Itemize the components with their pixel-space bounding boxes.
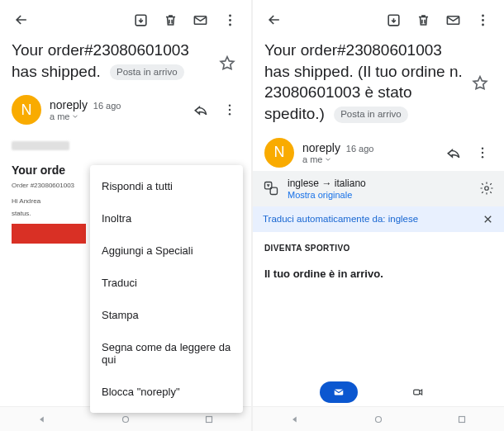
- content-main-line: Il tuo ordine è in arrivo.: [264, 268, 492, 280]
- chevron-down-icon[interactable]: [71, 112, 79, 121]
- svg-point-7: [229, 113, 231, 115]
- mail-chip[interactable]: [320, 381, 358, 403]
- svg-rect-23: [414, 390, 420, 395]
- menu-translate[interactable]: Traduci: [90, 267, 243, 299]
- sender-row: N noreply 16 ago a me: [0, 87, 251, 128]
- svg-point-15: [482, 23, 484, 26]
- sender-row: N noreply 16 ago a me: [253, 130, 504, 171]
- to-me: a me: [302, 154, 322, 164]
- reply-icon[interactable]: [190, 102, 212, 118]
- svg-point-24: [375, 416, 381, 422]
- sender-name: noreply: [302, 141, 340, 154]
- sender-name: noreply: [50, 98, 88, 111]
- inbox-chip[interactable]: Posta in arrivo: [334, 107, 408, 123]
- translate-icon: [263, 180, 279, 197]
- red-button[interactable]: [12, 224, 86, 244]
- show-original-link[interactable]: Mostra originale: [288, 190, 471, 200]
- reply-icon[interactable]: [443, 144, 464, 161]
- inbox-chip[interactable]: Posta in arrivo: [110, 64, 184, 81]
- menu-add-star[interactable]: Aggiungi a Speciali: [90, 234, 243, 267]
- nav-home-icon[interactable]: [373, 414, 384, 425]
- auto-translate-bar: Traduci automaticamente da: inglese: [253, 206, 504, 232]
- subject-block: Your order#23080601003 has shipped. (Il …: [253, 36, 504, 130]
- translate-langs: inglese → italiano: [288, 178, 471, 189]
- close-icon[interactable]: [482, 213, 494, 225]
- svg-point-4: [229, 23, 231, 26]
- context-menu: Rispondi a tutti Inoltra Aggiungi a Spec…: [90, 165, 243, 413]
- svg-point-14: [482, 19, 484, 21]
- mail-icon[interactable]: [188, 8, 212, 31]
- svg-point-6: [229, 109, 231, 111]
- sender-date: 16 ago: [346, 144, 374, 154]
- nav-recent-icon[interactable]: [203, 414, 215, 425]
- subject-block: Your order#23080601003 has shipped. Post…: [0, 36, 251, 87]
- svg-point-21: [485, 187, 489, 191]
- svg-point-5: [229, 105, 231, 107]
- topbar: [253, 0, 504, 36]
- mail-icon[interactable]: [441, 8, 464, 31]
- translate-bar: inglese → italiano Mostra originale: [253, 171, 504, 206]
- sender-info[interactable]: noreply 16 ago a me: [50, 98, 182, 121]
- svg-rect-10: [207, 416, 212, 422]
- chevron-down-icon[interactable]: [324, 155, 332, 163]
- video-chip[interactable]: [399, 381, 437, 403]
- nav-back-icon[interactable]: [289, 414, 301, 425]
- menu-mark-unread[interactable]: Segna come da leggere da qui: [90, 331, 243, 376]
- back-icon[interactable]: [10, 8, 33, 31]
- back-icon[interactable]: [263, 8, 286, 31]
- to-me: a me: [50, 111, 69, 121]
- nav-recent-icon[interactable]: [456, 414, 468, 425]
- auto-translate-text: Traduci automaticamente da: inglese: [263, 214, 418, 224]
- email-content: DIVENTA SPORTIVO Il tuo ordine è in arri…: [253, 232, 504, 291]
- archive-icon[interactable]: [129, 8, 152, 31]
- avatar[interactable]: N: [12, 95, 41, 125]
- more-vert-icon[interactable]: [218, 8, 241, 31]
- star-icon[interactable]: [471, 74, 489, 92]
- nav-home-icon[interactable]: [120, 414, 131, 425]
- topbar: [0, 0, 251, 36]
- nav-back-icon[interactable]: [36, 414, 48, 425]
- svg-point-16: [482, 147, 483, 149]
- sender-date: 16 ago: [93, 101, 121, 111]
- more-vert-icon[interactable]: [471, 8, 494, 31]
- svg-point-13: [482, 14, 484, 17]
- svg-point-17: [482, 151, 483, 153]
- menu-print[interactable]: Stampa: [90, 299, 243, 331]
- archive-icon[interactable]: [382, 8, 405, 31]
- subject-text: Your order#23080601003 has shipped. Post…: [12, 40, 215, 82]
- left-pane: Your order#23080601003 has shipped. Post…: [0, 0, 251, 431]
- menu-reply-all[interactable]: Rispondi a tutti: [90, 170, 243, 202]
- delete-icon[interactable]: [411, 8, 435, 31]
- svg-point-3: [229, 19, 231, 21]
- message-more-icon[interactable]: [220, 102, 240, 117]
- subject-text: Your order#23080601003 has shipped. (Il …: [264, 40, 468, 125]
- android-nav: [253, 406, 504, 431]
- svg-rect-25: [459, 416, 465, 422]
- svg-point-9: [122, 416, 128, 422]
- gear-icon[interactable]: [479, 181, 494, 196]
- svg-point-2: [229, 14, 231, 17]
- content-header: DIVENTA SPORTIVO: [264, 244, 492, 253]
- delete-icon[interactable]: [159, 8, 182, 31]
- star-icon[interactable]: [218, 54, 236, 73]
- sender-info[interactable]: noreply 16 ago a me: [302, 141, 435, 164]
- menu-block[interactable]: Blocca "noreply": [90, 376, 243, 408]
- avatar[interactable]: N: [264, 138, 294, 168]
- message-more-icon[interactable]: [473, 145, 492, 160]
- blurred-placeholder: [12, 141, 69, 150]
- svg-point-18: [482, 156, 483, 158]
- menu-forward[interactable]: Inoltra: [90, 202, 243, 234]
- right-pane: Your order#23080601003 has shipped. (Il …: [253, 0, 504, 431]
